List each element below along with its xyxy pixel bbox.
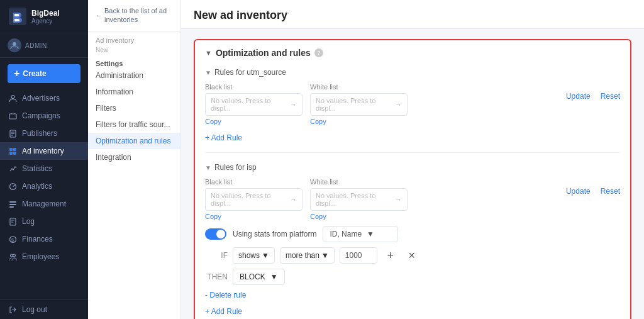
utm-white-arrow-icon: →: [395, 101, 402, 108]
isp-update-link[interactable]: Update: [566, 187, 591, 196]
isp-more-than-select[interactable]: more than ▼: [280, 247, 335, 264]
isp-toggle[interactable]: [205, 228, 226, 240]
utm-update-link[interactable]: Update: [566, 92, 591, 101]
subnav-status: New: [88, 47, 180, 59]
isp-header[interactable]: ▼ Rules for isp: [205, 163, 620, 172]
subnav-administration[interactable]: Administration: [88, 67, 180, 84]
isp-actions: Update Reset: [566, 178, 620, 196]
more-than-chevron-icon: ▼: [321, 251, 329, 260]
sidebar-item-employees[interactable]: Employees: [0, 248, 88, 266]
create-button[interactable]: + Create: [8, 64, 80, 83]
utm-white-input[interactable]: No values. Press to displ... →: [310, 93, 408, 116]
logo-text: BigDeal Agency: [31, 9, 60, 25]
isp-white-label: White list: [310, 178, 408, 186]
svg-rect-12: [9, 206, 14, 208]
optimization-chevron-icon: ▼: [205, 49, 212, 57]
optimization-header[interactable]: ▼ Optimization and rules ?: [195, 40, 630, 65]
utm-blacklist-col: Black list No values. Press to displ... …: [205, 83, 303, 126]
subnav-information[interactable]: Information: [88, 84, 180, 100]
block-chevron-icon: ▼: [270, 272, 278, 281]
logo-area: BigDeal Agency: [0, 0, 88, 33]
isp-delete-rule-label: - Delete rule: [205, 291, 246, 299]
sidebar-item-analytics[interactable]: Analytics: [0, 177, 88, 195]
sidebar-item-finances[interactable]: $ Finances: [0, 230, 88, 248]
svg-point-2: [11, 95, 14, 98]
isp-if-row: IF shows ▼ more than ▼ + ×: [205, 247, 620, 264]
utm-whitelist-col: White list No values. Press to displ... …: [310, 83, 408, 126]
isp-whitelist-col: White list No values. Press to displ... …: [310, 178, 408, 221]
isp-black-placeholder: No values. Press to displ...: [211, 192, 287, 207]
utm-source-rule-block: ▼ Rules for utm_source Black list No val…: [205, 68, 620, 153]
utm-black-arrow-icon: →: [290, 101, 297, 108]
svg-rect-5: [9, 148, 13, 151]
isp-add-rule[interactable]: + Add Rule: [205, 303, 620, 316]
isp-white-placeholder: No values. Press to displ...: [316, 192, 392, 207]
sidebar-item-management[interactable]: Management: [0, 195, 88, 213]
subnav: ← Back to the list of ad inventories Ad …: [88, 0, 181, 319]
utm-bl-wl-row: Black list No values. Press to displ... …: [205, 83, 620, 126]
more-than-value: more than: [286, 251, 319, 260]
subnav-integration[interactable]: Integration: [88, 149, 180, 165]
isp-stats-placeholder: ID, Name: [330, 230, 362, 238]
isp-threshold-input[interactable]: [340, 247, 377, 264]
isp-white-copy[interactable]: Copy: [310, 213, 326, 220]
svg-point-1: [13, 42, 16, 46]
utm-white-label: White list: [310, 83, 408, 91]
isp-title: Rules for isp: [214, 163, 257, 172]
isp-rule-block: ▼ Rules for isp Black list No values. Pr…: [205, 163, 620, 319]
logout-button[interactable]: Log out: [0, 299, 88, 319]
utm-source-header[interactable]: ▼ Rules for utm_source: [205, 68, 620, 77]
isp-black-label: Black list: [205, 178, 303, 186]
isp-add-condition-button[interactable]: +: [382, 247, 399, 264]
admin-avatar: [8, 38, 21, 52]
utm-add-rule[interactable]: + Add Rule: [205, 130, 620, 142]
sidebar-item-log[interactable]: Log: [0, 213, 88, 230]
utm-white-copy[interactable]: Copy: [310, 118, 326, 125]
stats-icon: [9, 165, 17, 173]
isp-black-input[interactable]: No values. Press to displ... →: [205, 188, 303, 211]
utm-black-copy[interactable]: Copy: [205, 118, 221, 125]
back-button[interactable]: ← Back to the list of ad inventories: [88, 0, 180, 31]
management-icon: [9, 200, 17, 208]
isp-then-row: THEN BLOCK ▼: [205, 269, 620, 285]
sidebar-item-campaigns[interactable]: Campaigns: [0, 107, 88, 125]
utm-black-input[interactable]: No values. Press to displ... →: [205, 93, 303, 116]
subnav-optimization[interactable]: Optimization and rules: [88, 133, 180, 149]
isp-white-arrow-icon: →: [395, 196, 402, 203]
isp-block-select[interactable]: BLOCK ▼: [233, 269, 285, 285]
isp-white-input[interactable]: No values. Press to displ... →: [310, 188, 408, 211]
isp-then-label: THEN: [205, 272, 228, 281]
utm-source-title: Rules for utm_source: [214, 68, 286, 77]
employees-icon: [9, 253, 17, 261]
utm-white-placeholder: No values. Press to displ...: [316, 97, 392, 112]
subnav-filters-traffic[interactable]: Filters for traffic sour...: [88, 116, 180, 133]
isp-blacklist-col: Black list No values. Press to displ... …: [205, 178, 303, 221]
isp-reset-link[interactable]: Reset: [601, 187, 620, 196]
svg-rect-8: [13, 152, 16, 155]
sidebar-item-statistics[interactable]: Statistics: [0, 160, 88, 177]
utm-add-rule-label: + Add Rule: [205, 133, 242, 142]
page-title: New ad inventory: [194, 9, 631, 22]
isp-delete-rule[interactable]: - Delete rule: [205, 290, 620, 303]
subnav-filters[interactable]: Filters: [88, 100, 180, 116]
utm-reset-link[interactable]: Reset: [601, 92, 620, 101]
svg-rect-7: [9, 152, 13, 155]
sidebar-item-publishers[interactable]: Publishers: [0, 125, 88, 142]
isp-remove-condition-button[interactable]: ×: [404, 247, 420, 264]
svg-text:$: $: [11, 238, 14, 242]
isp-shows-select[interactable]: shows ▼: [233, 247, 275, 264]
content-area: ▼ Optimization and rules ? ▼ Rules for u…: [181, 29, 644, 319]
sidebar-item-advertisers[interactable]: Advertisers: [0, 89, 88, 107]
sidebar-item-ad-inventory[interactable]: Ad inventory: [0, 142, 88, 160]
user-icon: [9, 94, 17, 103]
optimization-info-icon: ?: [314, 48, 323, 57]
isp-bl-wl-row: Black list No values. Press to displ... …: [205, 178, 620, 221]
optimization-body: ▼ Rules for utm_source Black list No val…: [195, 65, 630, 319]
logo-icon: [9, 8, 26, 25]
svg-rect-11: [9, 204, 16, 205]
isp-stats-select[interactable]: ID, Name ▼: [323, 226, 398, 242]
utm-black-placeholder: No values. Press to displ...: [211, 97, 287, 112]
back-chevron-icon: ←: [96, 12, 102, 19]
utm-black-label: Black list: [205, 83, 303, 91]
isp-black-copy[interactable]: Copy: [205, 213, 221, 220]
